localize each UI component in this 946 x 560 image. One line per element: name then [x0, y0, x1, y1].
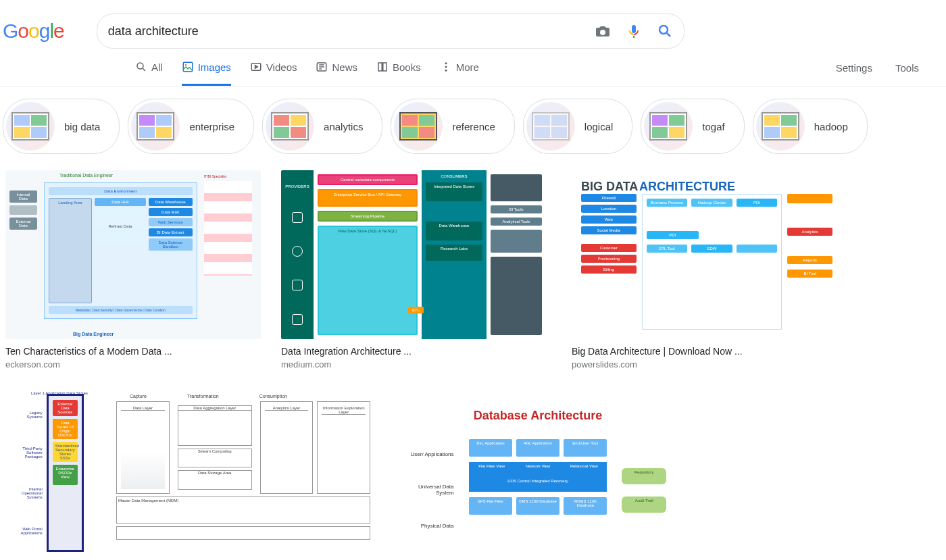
image-result[interactable]: Database Architecture User/ Applications… — [396, 388, 680, 560]
svg-point-5 — [185, 64, 186, 66]
svg-rect-4 — [183, 62, 193, 72]
search-icon[interactable] — [657, 23, 673, 39]
google-logo[interactable]: Google — [3, 20, 64, 43]
image-result[interactable]: Legacy Systems Third-Party Software Pack… — [5, 388, 91, 560]
mic-icon[interactable] — [626, 23, 642, 39]
image-result[interactable]: PROVIDERS Central metadata components En… — [281, 170, 551, 370]
result-thumbnail: Database Architecture User/ Applications… — [396, 388, 680, 545]
settings-link[interactable]: Settings — [836, 62, 872, 74]
svg-point-11 — [445, 62, 447, 64]
chip-thumb-icon — [644, 102, 693, 151]
chip-logical[interactable]: logical — [523, 99, 633, 154]
result-source: powerslides.com — [572, 359, 842, 370]
image-result[interactable]: BIG DATA ARCHITECTURE Firewall Location … — [572, 170, 842, 370]
svg-line-3 — [143, 68, 145, 71]
tab-videos[interactable]: Videos — [250, 61, 297, 86]
chip-thumb-icon — [266, 102, 314, 151]
svg-point-2 — [137, 63, 143, 69]
result-thumbnail: CaptureTransformationConsumption Data La… — [111, 388, 376, 545]
tab-all[interactable]: All — [135, 61, 163, 86]
svg-point-0 — [659, 26, 668, 34]
chip-thumb-icon — [131, 102, 180, 151]
result-source: eckerson.com — [5, 359, 261, 370]
result-title: Ten Characteristics of a Modern Data ... — [5, 346, 261, 357]
tab-news[interactable]: News — [316, 61, 357, 86]
svg-point-12 — [445, 66, 447, 68]
result-thumbnail: BIG DATA ARCHITECTURE Firewall Location … — [572, 170, 842, 339]
svg-point-13 — [445, 70, 447, 72]
result-thumbnail: Legacy Systems Third-Party Software Pack… — [5, 388, 91, 557]
result-source: medium.com — [281, 359, 551, 370]
result-thumbnail: Internal Data External Data Data Environ… — [5, 170, 261, 339]
result-thumbnail: PROVIDERS Central metadata components En… — [281, 170, 551, 339]
chip-big-data[interactable]: big data — [3, 99, 120, 154]
chip-thumb-icon — [6, 102, 55, 151]
chip-togaf[interactable]: togaf — [641, 99, 744, 154]
search-input[interactable] — [108, 24, 595, 39]
image-results-grid: Internal Data External Data Data Environ… — [0, 166, 946, 560]
tab-more[interactable]: More — [440, 61, 479, 86]
chip-enterprise[interactable]: enterprise — [128, 99, 254, 154]
chip-reference[interactable]: reference — [391, 99, 514, 154]
svg-line-1 — [667, 33, 670, 36]
result-title: Data Integration Architecture ... — [281, 346, 551, 357]
tab-books[interactable]: Books — [376, 61, 421, 86]
camera-icon[interactable] — [595, 23, 611, 39]
chip-thumb-icon — [756, 102, 805, 151]
tools-link[interactable]: Tools — [895, 62, 919, 74]
chip-thumb-icon — [526, 102, 575, 151]
search-tabs: All Images Videos News Books More — [135, 61, 479, 86]
chip-hadoop[interactable]: hadoop — [753, 99, 868, 154]
image-result[interactable]: Internal Data External Data Data Environ… — [5, 170, 261, 370]
chip-analytics[interactable]: analytics — [262, 99, 382, 154]
related-chips: big data enterprise analytics reference … — [0, 86, 946, 166]
tab-images[interactable]: Images — [182, 61, 231, 86]
image-result[interactable]: CaptureTransformationConsumption Data La… — [111, 388, 376, 560]
chip-thumb-icon — [394, 102, 443, 151]
result-title: Big Data Architecture | Download Now ... — [572, 346, 842, 357]
search-bar — [97, 14, 684, 49]
